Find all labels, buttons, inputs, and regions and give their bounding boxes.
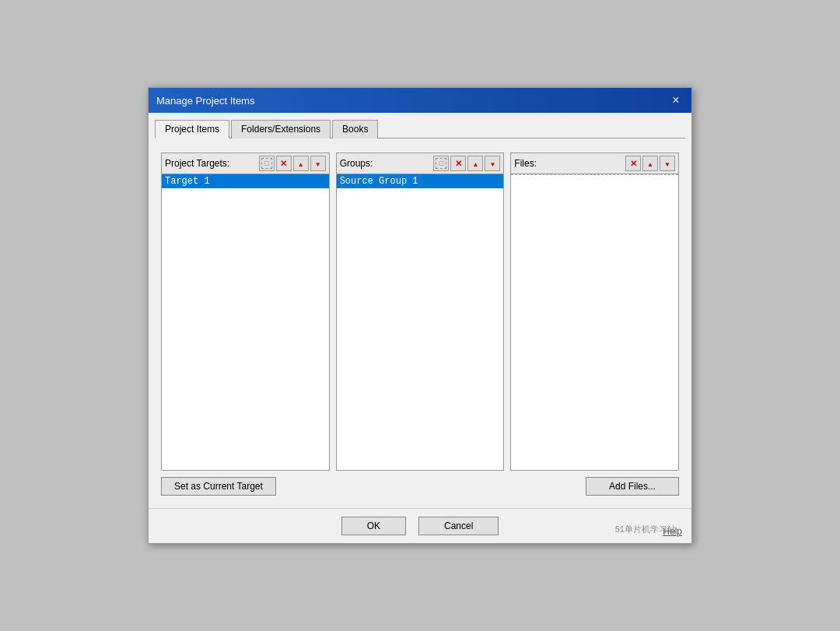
targets-panel-label: Project Targets:	[165, 158, 257, 169]
title-bar: Manage Project Items ×	[149, 88, 691, 113]
tab-bar: Project Items Folders/Extensions Books	[155, 119, 685, 138]
content-area: Project Targets: □	[155, 146, 685, 502]
groups-down-button[interactable]	[485, 156, 500, 171]
panels-row: Project Targets: □	[161, 152, 679, 471]
tab-books[interactable]: Books	[332, 120, 378, 138]
files-down-button[interactable]	[660, 156, 675, 171]
targets-new-button[interactable]: □	[259, 156, 275, 171]
close-button[interactable]: ×	[668, 93, 684, 108]
up-group-icon	[472, 160, 478, 168]
targets-down-button[interactable]	[310, 156, 326, 171]
down-target-icon	[315, 160, 321, 168]
dialog-title: Manage Project Items	[156, 95, 254, 107]
targets-delete-button[interactable]	[276, 156, 292, 171]
delete-target-icon	[280, 159, 287, 169]
targets-panel-header: Project Targets: □	[162, 153, 329, 174]
files-panel-header: Files:	[511, 153, 678, 174]
manage-project-items-dialog: Manage Project Items × Project Items Fol…	[148, 87, 692, 544]
bottom-buttons-row: Set as Current Target Add Files...	[161, 477, 679, 496]
new-target-icon: □	[261, 158, 272, 169]
groups-new-button[interactable]: □	[433, 156, 449, 171]
set-current-target-button[interactable]: Set as Current Target	[161, 477, 276, 496]
group-item-0[interactable]: Source Group 1	[337, 174, 504, 188]
groups-panel-header: Groups: □	[337, 153, 504, 174]
new-group-icon: □	[436, 158, 446, 169]
up-file-icon	[647, 160, 653, 168]
tab-project-items[interactable]: Project Items	[155, 120, 229, 138]
groups-delete-button[interactable]	[450, 156, 466, 171]
files-up-button[interactable]	[642, 156, 658, 171]
files-list[interactable]	[511, 174, 678, 470]
files-panel-label: Files:	[514, 158, 624, 169]
tab-folders-extensions[interactable]: Folders/Extensions	[231, 120, 331, 138]
add-files-button[interactable]: Add Files...	[586, 477, 679, 496]
cancel-button[interactable]: Cancel	[418, 517, 499, 535]
down-group-icon	[489, 160, 495, 168]
target-item-0[interactable]: Target 1	[162, 174, 329, 188]
ok-button[interactable]: OK	[341, 517, 406, 535]
groups-panel: Groups: □	[336, 152, 505, 471]
footer: OK Cancel Help 51单片机学习站	[149, 508, 691, 543]
files-panel: Files:	[510, 152, 679, 471]
files-delete-button[interactable]	[625, 156, 641, 171]
file-item-0[interactable]	[511, 174, 678, 190]
targets-up-button[interactable]	[293, 156, 309, 171]
groups-up-button[interactable]	[467, 156, 483, 171]
delete-file-icon	[630, 159, 637, 169]
down-file-icon	[664, 160, 670, 168]
targets-panel: Project Targets: □	[161, 152, 330, 471]
groups-panel-label: Groups:	[340, 158, 432, 169]
up-target-icon	[298, 160, 304, 168]
targets-list[interactable]: Target 1	[162, 174, 329, 470]
delete-group-icon	[455, 159, 462, 169]
groups-list[interactable]: Source Group 1	[337, 174, 504, 470]
dialog-body: Project Items Folders/Extensions Books P…	[149, 113, 691, 508]
watermark: 51单片机学习站	[615, 524, 676, 535]
